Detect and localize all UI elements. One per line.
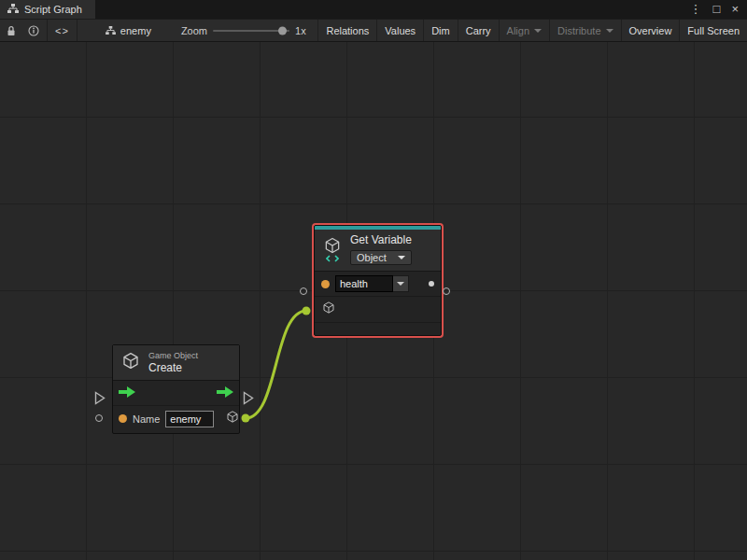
variable-cube-icon [322, 236, 343, 262]
node-body: Name [113, 380, 239, 433]
flow-input-port-triangle[interactable] [94, 391, 106, 409]
gameobject-cube-icon [120, 351, 141, 374]
get-variable-right-port-circle[interactable] [443, 287, 450, 295]
node-title: Create [148, 361, 198, 374]
node-category: Game Object [148, 351, 198, 361]
maximize-icon[interactable]: □ [713, 0, 721, 19]
variable-name-input[interactable] [335, 275, 393, 292]
control-flow-row [113, 381, 239, 405]
wire-start-port [242, 414, 250, 423]
flow-input-arrow-icon[interactable] [119, 385, 135, 401]
node-header[interactable]: Game Object Create [113, 345, 239, 380]
info-icon[interactable] [22, 20, 45, 41]
current-graph[interactable]: enemy [106, 25, 151, 36]
node-footer [315, 323, 441, 335]
lock-icon[interactable] [0, 20, 22, 41]
variable-name-dropdown[interactable] [393, 275, 409, 292]
flow-output-port-triangle[interactable] [243, 391, 254, 409]
node-title: Get Variable [350, 233, 412, 246]
code-brackets-icon [326, 255, 339, 262]
variable-scope-dropdown[interactable]: Object [350, 250, 412, 265]
name-value-input[interactable] [165, 411, 214, 427]
align-button: Align [499, 20, 549, 41]
dim-button[interactable]: Dim [423, 20, 458, 41]
overview-button[interactable]: Overview [621, 20, 680, 41]
variable-name-row [315, 272, 441, 296]
chevron-down-icon [534, 29, 542, 33]
zoom-label: Zoom [181, 25, 207, 36]
script-graph-icon [7, 4, 19, 15]
tab-label: Script Graph [24, 4, 82, 15]
name-input-port[interactable] [119, 414, 127, 423]
code-icon[interactable]: <> [49, 20, 75, 41]
relations-button[interactable]: Relations [317, 20, 376, 41]
zoom-slider[interactable] [213, 20, 289, 41]
object-input-row [315, 297, 441, 322]
toolbar-separator [77, 20, 78, 41]
script-graph-icon-small [106, 25, 116, 36]
get-variable-left-port-circle[interactable] [300, 287, 307, 295]
node-header[interactable]: Get Variable Object [315, 230, 441, 271]
distribute-button: Distribute [549, 20, 620, 41]
node-game-object-create[interactable]: Game Object Create Name [112, 344, 240, 434]
node-get-variable[interactable]: Get Variable Object [314, 225, 442, 336]
wire-end-port [303, 307, 311, 315]
value-input-port[interactable] [321, 280, 330, 288]
gameobject-output-icon[interactable] [225, 410, 240, 427]
graph-toolbar: <> enemy Zoom 1x Relations Values Dim Ca… [0, 19, 747, 42]
node-body [315, 271, 441, 335]
tab-script-graph[interactable]: Script Graph [0, 0, 95, 19]
name-port-circle[interactable] [95, 414, 103, 422]
toolbar-buttons: Relations Values Dim Carry Align Distrib… [317, 20, 747, 41]
script-graph-window: Script Graph ⋮ □ × <> [0, 0, 747, 560]
chevron-down-icon [606, 29, 613, 33]
full-screen-button[interactable]: Full Screen [679, 20, 747, 41]
chevron-down-icon [398, 256, 405, 259]
graph-canvas[interactable]: Get Variable Object [0, 42, 747, 560]
menu-kebab-icon[interactable]: ⋮ [690, 0, 702, 19]
name-label: Name [133, 413, 160, 425]
carry-button[interactable]: Carry [458, 20, 499, 41]
gameobject-port-icon[interactable] [321, 301, 336, 318]
flow-output-arrow-icon[interactable] [217, 385, 233, 401]
titlebar: Script Graph ⋮ □ × [0, 0, 747, 19]
graph-name-label: enemy [120, 25, 151, 36]
name-input-row: Name [113, 406, 239, 433]
zoom-slider-handle[interactable] [278, 26, 287, 35]
close-icon[interactable]: × [731, 0, 739, 19]
chevron-down-icon [397, 282, 404, 286]
value-output-port[interactable] [429, 281, 434, 287]
toolbar-separator [47, 20, 48, 41]
window-controls: ⋮ □ × [690, 0, 747, 19]
zoom-value: 1x [295, 25, 306, 36]
values-button[interactable]: Values [376, 20, 423, 41]
